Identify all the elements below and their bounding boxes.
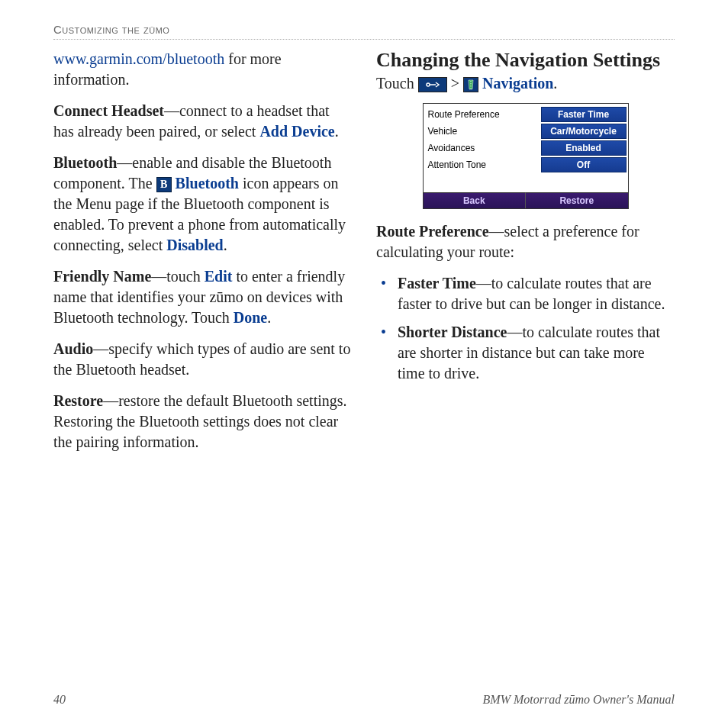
body-text: —touch (151, 268, 204, 285)
nav-settings-screenshot: Route Preference Faster Time Vehicle Car… (423, 103, 629, 209)
row-label: Route Preference (425, 109, 541, 120)
friendly-name-paragraph: Friendly Name—touch Edit to enter a frie… (53, 266, 352, 328)
bluetooth-icon: B (156, 177, 172, 192)
term-friendly-name: Friendly Name (53, 268, 151, 285)
wrench-icon (418, 77, 447, 92)
body-text: —specify which types of audio are sent t… (53, 340, 350, 378)
route-preference-paragraph: Route Preference—select a preference for… (376, 221, 675, 263)
row-value-button: Off (541, 157, 627, 172)
screenshot-spacer (425, 174, 627, 191)
touch-sep: > (447, 75, 463, 92)
manual-page: Customizing the zūmo www.garmin.com/blue… (0, 0, 728, 728)
screenshot-back-button: Back (424, 192, 526, 208)
ui-add-device: Add Device (259, 123, 334, 140)
term-faster-time: Faster Time (398, 275, 476, 292)
page-number: 40 (53, 693, 66, 707)
row-label: Vehicle (425, 126, 541, 137)
heading-changing-nav: Changing the Navigation Settings (376, 49, 675, 72)
term-shorter-distance: Shorter Distance (398, 324, 507, 340)
connect-headset-paragraph: Connect Headset—connect to a headset tha… (53, 101, 352, 142)
screenshot-restore-button: Restore (525, 192, 628, 208)
period: . (553, 75, 557, 92)
term-restore: Restore (53, 392, 103, 409)
screenshot-row: Avoidances Enabled (425, 140, 627, 156)
row-value-button: Enabled (541, 140, 627, 156)
row-label: Attention Tone (425, 159, 541, 170)
ui-disabled: Disabled (166, 237, 223, 253)
bluetooth-link-paragraph: www.garmin.com/bluetooth for more inform… (53, 49, 352, 90)
ui-bluetooth-label: Bluetooth (176, 175, 239, 192)
ui-navigation: Navigation (482, 75, 553, 92)
period: . (267, 309, 271, 326)
row-value-button: Car/Motorcycle (541, 124, 627, 139)
audio-paragraph: Audio—specify which types of audio are s… (53, 339, 352, 380)
term-audio: Audio (53, 340, 93, 357)
garmin-bluetooth-link[interactable]: www.garmin.com/bluetooth (53, 50, 224, 67)
page-footer: 40 BMW Motorrad zūmo Owner's Manual (53, 693, 675, 707)
bluetooth-paragraph: Bluetooth—enable and disable the Bluetoo… (53, 153, 352, 256)
touch-prefix: Touch (376, 75, 418, 92)
term-route-preference: Route Preference (376, 223, 489, 240)
list-item: Faster Time—to calculate routes that are… (376, 273, 675, 314)
term-bluetooth: Bluetooth (53, 154, 117, 171)
screenshot-footer: Back Restore (424, 192, 628, 208)
period: . (335, 123, 339, 140)
row-value-button: Faster Time (541, 107, 627, 122)
period: . (224, 237, 227, 253)
screenshot-row: Attention Tone Off (425, 157, 627, 172)
list-item: Shorter Distance—to calculate routes tha… (376, 322, 675, 384)
two-column-layout: www.garmin.com/bluetooth for more inform… (53, 49, 675, 463)
right-column: Changing the Navigation Settings Touch >… (376, 49, 675, 463)
route-options-list: Faster Time—to calculate routes that are… (376, 273, 675, 384)
touch-instruction: Touch > Navigation. (376, 75, 675, 92)
manual-title: BMW Motorrad zūmo Owner's Manual (483, 693, 675, 707)
restore-paragraph: Restore—restore the default Bluetooth se… (53, 391, 352, 453)
screenshot-body: Route Preference Faster Time Vehicle Car… (424, 104, 628, 192)
left-column: www.garmin.com/bluetooth for more inform… (53, 49, 352, 463)
screenshot-row: Vehicle Car/Motorcycle (425, 124, 627, 139)
row-label: Avoidances (425, 143, 541, 153)
screenshot-row: Route Preference Faster Time (425, 107, 627, 122)
ui-done: Done (234, 309, 267, 326)
ui-edit: Edit (205, 268, 233, 285)
term-connect-headset: Connect Headset (53, 102, 164, 119)
section-header: Customizing the zūmo (53, 23, 675, 40)
road-icon (463, 77, 478, 92)
